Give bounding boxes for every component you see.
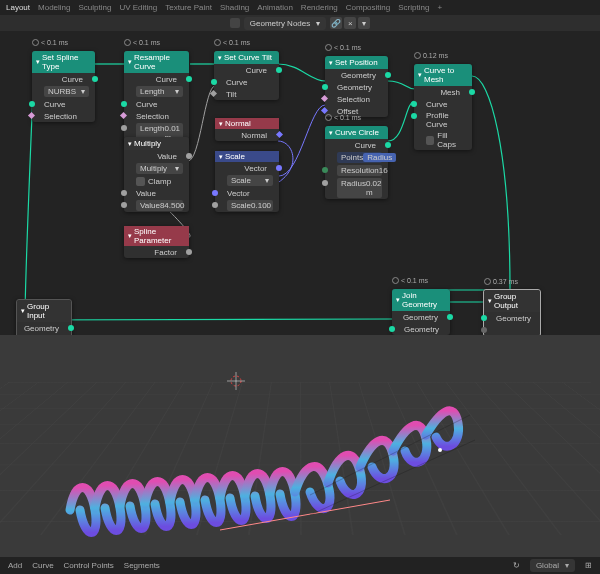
node-multiply[interactable]: Multiply Value Multiply▾ Clamp Value Val… (124, 137, 189, 212)
viewport-geometry (60, 395, 540, 557)
tab-rendering[interactable]: Rendering (301, 3, 338, 12)
menu-curve[interactable]: Curve (32, 561, 53, 570)
chevron-down-icon: ▾ (316, 19, 320, 28)
menu-control-points[interactable]: Control Points (64, 561, 114, 570)
node-set-position[interactable]: < 0.1 ms Set Position Geometry Geometry … (325, 56, 388, 117)
fake-user-button[interactable]: × (344, 17, 356, 29)
tab-shading[interactable]: Shading (220, 3, 249, 12)
tab-layout[interactable]: Layout (6, 3, 30, 12)
node-group-output[interactable]: 0.37 ms Group Output Geometry (483, 289, 541, 335)
node-set-curve-tilt[interactable]: < 0.1 ms Set Curve Tilt Curve Curve Tilt (214, 51, 279, 100)
orientation-selector[interactable]: Global▾ (530, 559, 575, 572)
menu-segments[interactable]: Segments (124, 561, 160, 570)
fillcaps-checkbox[interactable] (426, 136, 434, 145)
snap-icon[interactable]: ⊞ (585, 561, 592, 570)
node-set-spline-type[interactable]: < 0.1 ms Set Spline Type Curve NURBS▾ Cu… (32, 51, 95, 122)
tab-scripting[interactable]: Scripting (398, 3, 429, 12)
spline-type-field[interactable]: NURBS▾ (44, 86, 89, 97)
tab-sculpting[interactable]: Sculpting (79, 3, 112, 12)
nodetree-actions: 🔗 × ▾ (330, 17, 370, 29)
node-normal[interactable]: Normal Normal (215, 118, 279, 141)
node-header[interactable]: Set Spline Type (32, 51, 95, 73)
node-spline-parameter[interactable]: Spline Parameter Factor (124, 226, 189, 258)
nodetree-icon (230, 18, 240, 28)
status-bar: Add Curve Control Points Segments ↻ Glob… (0, 557, 600, 574)
3d-viewport[interactable] (0, 335, 600, 557)
tab-modeling[interactable]: Modeling (38, 3, 70, 12)
add-tab-button[interactable]: + (437, 3, 442, 12)
orientation-icon: ↻ (513, 561, 520, 570)
node-curve-circle[interactable]: < 0.1 ms Curve Circle Curve PointsRadius… (325, 126, 388, 199)
menu-add[interactable]: Add (8, 561, 22, 570)
tab-texpaint[interactable]: Texture Paint (165, 3, 212, 12)
tab-compositing[interactable]: Compositing (346, 3, 390, 12)
node-join-geometry[interactable]: < 0.1 ms Join Geometry Geometry Geometry (392, 289, 450, 335)
3d-cursor-icon (225, 370, 247, 392)
node-editor[interactable]: < 0.1 ms Set Spline Type Curve NURBS▾ Cu… (0, 31, 600, 335)
node-group-input[interactable]: Group Input Geometry (16, 299, 72, 335)
tab-animation[interactable]: Animation (257, 3, 293, 12)
node-curve-to-mesh[interactable]: 0.12 ms Curve to Mesh Mesh Curve Profile… (414, 64, 472, 150)
svg-point-4 (438, 448, 442, 452)
pin-button[interactable]: 🔗 (330, 17, 342, 29)
node-scale[interactable]: Scale Vector Scale▾ Vector Scale0.100 (215, 151, 279, 212)
tab-uv[interactable]: UV Editing (119, 3, 157, 12)
workspace-tabs: Layout Modeling Sculpting UV Editing Tex… (0, 0, 600, 15)
new-button[interactable]: ▾ (358, 17, 370, 29)
nodetree-header: Geometry Nodes ▾ 🔗 × ▾ (0, 15, 600, 31)
node-resample-curve[interactable]: < 0.1 ms Resample Curve Curve Length▾ Cu… (124, 51, 189, 144)
nodetree-selector[interactable]: Geometry Nodes ▾ (244, 17, 326, 30)
clamp-checkbox[interactable] (136, 177, 145, 186)
